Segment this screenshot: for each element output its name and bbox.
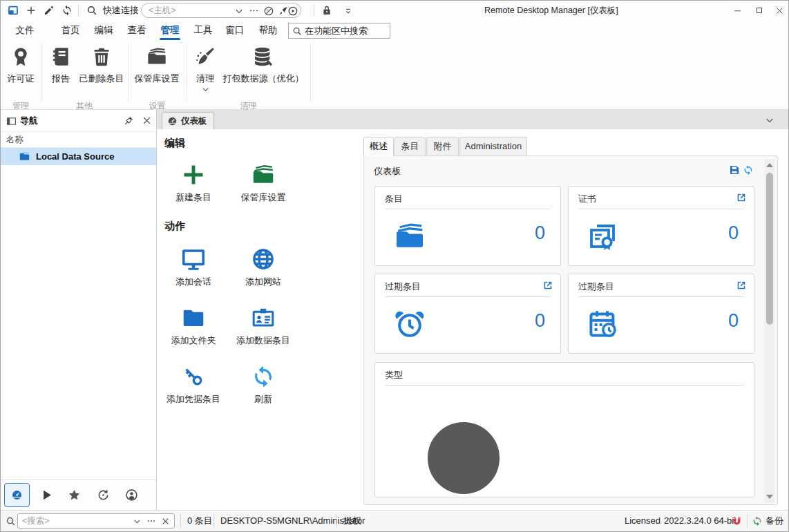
alarm-clock-icon: [393, 307, 426, 341]
nav-column-header[interactable]: 名称: [1, 132, 156, 148]
title-bar: 快速连接 Remote Desktop Ma: [1, 1, 788, 20]
external-link-icon[interactable]: [736, 192, 747, 203]
tab-dashboard[interactable]: 仪表板: [162, 112, 214, 129]
scroll-up-arrow[interactable]: [766, 163, 773, 167]
magnet-icon[interactable]: [731, 515, 743, 527]
window-title: Remote Desktop Manager [仪表板]: [484, 1, 618, 20]
elevate-button[interactable]: 提权: [343, 511, 361, 531]
refresh-icon[interactable]: [61, 5, 73, 16]
ribbon-group-separator: [187, 44, 187, 102]
expand-toolbar-icon[interactable]: [343, 6, 353, 16]
edit-pencil-icon[interactable]: [44, 5, 55, 16]
menu-home[interactable]: 首页: [57, 20, 84, 41]
save-icon[interactable]: [729, 164, 740, 175]
menu-view[interactable]: 查看: [124, 20, 150, 41]
active-menu-underline: [160, 38, 180, 40]
status-separator: [747, 514, 748, 528]
scroll-down-arrow[interactable]: [766, 495, 773, 499]
backup-button[interactable]: 备份: [766, 511, 783, 531]
chevron-down-icon[interactable]: [234, 6, 244, 16]
ribbon-search-placeholder: 在功能区中搜索: [305, 25, 368, 37]
more-options-icon[interactable]: [146, 516, 156, 526]
host-input[interactable]: [149, 4, 230, 17]
nav-tree-item-local-data-source[interactable]: Local Data Source: [1, 148, 156, 165]
tab-overview[interactable]: 概述: [363, 137, 394, 156]
vault-folders-icon: [146, 46, 168, 68]
status-search-box[interactable]: [17, 513, 175, 529]
play-circle-icon[interactable]: [287, 6, 298, 17]
add-data-entry-button[interactable]: 添加数据条目: [229, 305, 298, 347]
status-search-input[interactable]: [22, 515, 129, 527]
navigation-title: 导航: [20, 110, 38, 132]
history-icon[interactable]: [97, 488, 110, 502]
backup-sync-icon[interactable]: [752, 515, 763, 526]
nav-item-label: Local Data Source: [36, 151, 114, 162]
add-folder-button[interactable]: 添加文件夹: [159, 305, 228, 347]
menu-tools[interactable]: 工具: [190, 20, 216, 41]
pin-icon[interactable]: [124, 115, 134, 126]
more-options-icon[interactable]: [249, 6, 259, 16]
dashboard-view-toggle[interactable]: [4, 483, 30, 507]
status-bar: 0 条目 DESKTOP-S5MGNLR\Administrator 提权 Li…: [1, 510, 788, 531]
card-divider: [385, 385, 744, 386]
menu-window[interactable]: 窗口: [222, 20, 248, 41]
vertical-scrollbar[interactable]: [764, 159, 775, 503]
vault-settings-button-large[interactable]: 保管库设置: [229, 162, 298, 204]
chevron-down-icon[interactable]: [133, 517, 142, 526]
tab-dashboard-label: 仪表板: [181, 115, 207, 127]
navigation-header: 导航: [1, 110, 156, 132]
app-window-icon[interactable]: [8, 5, 19, 16]
favorites-star-icon[interactable]: [68, 488, 81, 502]
refresh-button[interactable]: 刷新: [229, 364, 298, 406]
play-icon[interactable]: [40, 488, 53, 502]
cleanup-button[interactable]: 清理: [191, 44, 219, 93]
tab-administration[interactable]: Administration: [459, 137, 527, 155]
connection-type-icon[interactable]: [263, 6, 274, 17]
menu-file[interactable]: 文件: [12, 20, 38, 41]
card-title: 证书: [578, 193, 596, 205]
search-icon[interactable]: [86, 5, 97, 16]
card-expired-entries: 过期条目 0: [374, 274, 561, 354]
toolbar-separator: [314, 4, 314, 17]
add-session-button[interactable]: 添加会话: [159, 247, 228, 288]
vault-folders-icon: [251, 162, 276, 187]
card-value: 0: [728, 222, 739, 244]
tab-list-chevron-icon[interactable]: [765, 115, 774, 125]
license-status: Licensed: [625, 511, 660, 531]
tab-entries[interactable]: 条目: [394, 137, 426, 155]
refresh-icon[interactable]: [743, 164, 754, 175]
new-entry-button[interactable]: 新建条目: [159, 162, 228, 204]
vault-settings-button[interactable]: 保管库设置: [129, 44, 184, 85]
dashboard-gauge-icon: [11, 489, 23, 501]
lock-icon[interactable]: [321, 5, 332, 16]
quick-connect-combo[interactable]: [141, 3, 301, 18]
scrollbar-thumb[interactable]: [766, 173, 773, 325]
add-website-button[interactable]: 添加网站: [229, 247, 298, 288]
add-icon[interactable]: [26, 5, 37, 16]
user-icon[interactable]: [125, 488, 138, 502]
menu-edit[interactable]: 编辑: [91, 20, 117, 41]
clear-search-icon[interactable]: [161, 517, 170, 526]
ribbon-group-separator: [310, 44, 311, 102]
card-divider: [578, 296, 744, 297]
minimize-button[interactable]: [726, 1, 748, 20]
card-title: 过期条目: [385, 281, 421, 293]
pack-datasource-button[interactable]: 打包数据源（优化）: [220, 44, 306, 85]
deleted-entries-button[interactable]: 已删除条目: [77, 44, 126, 85]
close-button[interactable]: [769, 1, 789, 20]
menu-help[interactable]: 帮助: [255, 20, 281, 41]
add-credential-button[interactable]: 添加凭据条目: [159, 364, 228, 406]
maximize-button[interactable]: [748, 1, 770, 20]
toolbar-separator: [78, 4, 79, 17]
card-title: 过期条目: [578, 281, 614, 293]
license-button[interactable]: 许可证: [2, 44, 39, 85]
report-button[interactable]: 报告: [45, 44, 77, 85]
tab-attachments[interactable]: 附件: [426, 137, 459, 155]
folders-icon: [393, 220, 426, 253]
action-section-title: 动作: [164, 220, 185, 233]
close-icon[interactable]: [142, 115, 152, 126]
external-link-icon[interactable]: [736, 280, 747, 291]
ribbon-search-box[interactable]: 在功能区中搜索: [288, 23, 390, 39]
external-link-icon[interactable]: [542, 280, 553, 291]
refresh-icon: [251, 364, 276, 389]
